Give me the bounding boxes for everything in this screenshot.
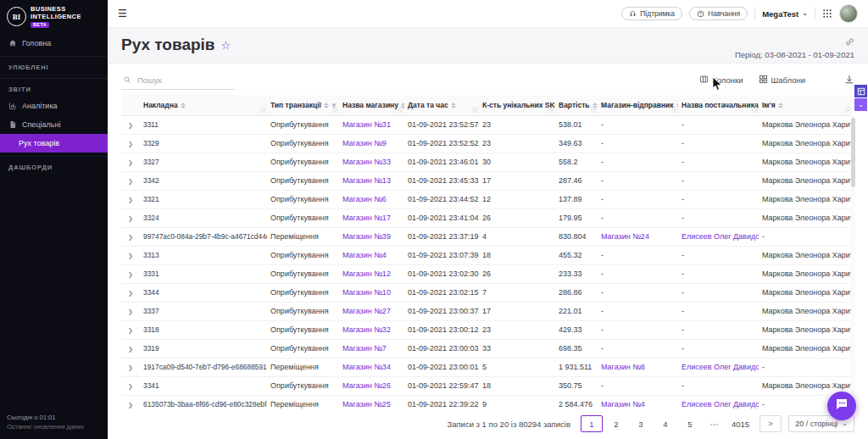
page-button-2[interactable]: 2 [605,415,627,432]
collapse-panel-button[interactable]: ⌄ [854,98,867,111]
page-button-4[interactable]: 4 [654,415,676,432]
store-link[interactable]: Магазин №25 [342,400,391,408]
column-header-8[interactable]: Назва постачальника [678,95,759,116]
sort-icons[interactable] [324,103,329,108]
cell: 3313 [140,247,267,265]
row-expander-icon[interactable]: ❯ [121,172,140,191]
store-link[interactable]: Магазин №34 [342,363,391,371]
store-link[interactable]: Магазин №9 [342,139,387,147]
vertical-scrollbar[interactable] [851,116,855,409]
sidebar-item-goods-movement[interactable]: Рух товарів [0,134,108,153]
row-expander-icon[interactable]: ❯ [121,191,140,209]
columns-button[interactable]: Колонки [699,75,743,86]
supplier-link[interactable]: Елисеев Олег Давидович [682,363,759,371]
row-expander-icon[interactable]: ❯ [121,358,140,377]
sender-store-link[interactable]: Магазин №4 [601,400,645,408]
sidebar-item-home[interactable]: Головна [0,34,108,53]
page-button-1[interactable]: 1 [581,415,603,432]
row-expander-icon[interactable]: ❯ [121,153,140,172]
download-button[interactable] [844,75,854,86]
sender-store-link[interactable]: Магазин №8 [601,363,645,371]
column-header-7[interactable]: Магазин-відправник [598,95,678,116]
sidebar-item-analytics[interactable]: Аналітика [0,97,108,115]
column-header-2[interactable]: Тип транзакції [267,95,339,116]
page-button-3[interactable]: 3 [630,415,652,432]
workspace-menu[interactable]: MegaTest ⌄ [762,9,808,19]
sort-icons[interactable] [451,103,456,108]
row-expander-icon[interactable]: ❯ [121,377,140,396]
pagination: Записи з 1 по 20 із 80294 записів 12345•… [108,409,868,439]
page-button-4015[interactable]: 4015 [728,415,753,432]
chat-button[interactable] [827,392,856,420]
supplier-link[interactable]: Елисеев Олег Давидович [682,232,759,241]
row-expander-icon[interactable]: ❯ [121,265,140,284]
store-link[interactable]: Магазин №31 [342,120,391,129]
row-expander-icon[interactable]: ❯ [121,303,140,321]
side-widgets: ⌄ [854,85,867,111]
row-expander-icon[interactable]: ❯ [121,135,140,153]
support-button[interactable]: Підтримка [621,7,682,20]
row-expander-icon[interactable]: ❯ [121,396,140,410]
store-link[interactable]: Магазин №12 [342,270,391,278]
row-expander-icon[interactable]: ❯ [121,116,140,135]
row-expander-icon[interactable]: ❯ [121,340,140,358]
sort-icons[interactable] [181,103,186,108]
chat-icon [834,397,849,415]
filter-icon[interactable] [331,103,337,109]
cell: 5 [479,358,555,377]
row-expander-icon[interactable]: ❯ [121,209,140,228]
page-button-5[interactable]: 5 [679,415,701,432]
row-expander-icon[interactable]: ❯ [121,247,140,265]
row-expander-icon[interactable]: ❯ [121,228,140,247]
cell: Маркова Элеонора Харитоновна [759,284,852,303]
column-header-9[interactable]: Ім'я [759,95,852,116]
sort-icons[interactable] [778,103,783,108]
share-link-icon[interactable] [845,37,854,47]
column-header-1[interactable]: Накладна [140,95,267,116]
store-link[interactable]: Магазин №27 [342,307,391,315]
store-link[interactable]: Магазин №17 [342,214,391,222]
apps-grid-icon[interactable] [822,8,832,19]
store-link[interactable]: Магазин №6 [342,195,387,203]
column-header-6[interactable]: Вартість [555,95,598,116]
beta-badge: BETA [31,22,49,28]
cell: 01-09-2021 23:52:52 [404,135,479,153]
sender-store-link[interactable]: Магазин №24 [601,232,649,241]
menu-icon[interactable]: ☰ [118,8,127,19]
logo: BI BUSINESS INTELLIGENCE BETA [0,0,108,34]
cell: 3324 [140,209,267,228]
column-header-3[interactable]: Назва магазину [339,95,404,116]
row-expander-icon[interactable]: ❯ [121,284,140,303]
page-title: Рух товарів [121,36,215,54]
sort-icons[interactable] [593,103,598,108]
cell: Маркова Элеонора Харитоновна [759,209,852,228]
cell: - [678,172,759,191]
supplier-link[interactable]: Елисеев Олег Давидович [682,400,759,408]
store-link[interactable]: Магазин №32 [342,325,391,334]
sidebar-item-special[interactable]: Спеціальні [0,115,108,134]
table-row: ❯1917ca09-d540-7eb7-d796-e68688591ce0Пер… [121,358,852,377]
store-link[interactable]: Магазин №39 [342,232,391,241]
column-header-5[interactable]: К-сть унікальних SKU [479,95,555,116]
store-link[interactable]: Магазин №13 [342,176,391,185]
cell: 286.86 [555,284,598,303]
column-header-4[interactable]: Дата та час [404,95,479,116]
store-link[interactable]: Магазин №7 [342,344,387,353]
store-link[interactable]: Магазин №33 [342,158,391,166]
search-input[interactable] [136,75,233,86]
cell: - [678,191,759,209]
table-settings-button[interactable] [854,85,867,97]
cell: 4 [479,228,555,247]
scrollbar-thumb[interactable] [851,118,855,187]
store-link[interactable]: Магазин №26 [342,381,391,390]
favorite-star-icon[interactable]: ☆ [221,39,231,52]
avatar[interactable] [839,4,858,23]
templates-button[interactable]: Шаблони [759,75,806,86]
training-button[interactable]: Навчання [689,7,748,20]
row-expander-icon[interactable]: ❯ [121,321,140,340]
cell: Оприбуткування [267,321,339,340]
next-page-button[interactable]: > [760,415,782,432]
store-link[interactable]: Магазин №4 [342,251,387,259]
store-link[interactable]: Магазин №10 [342,288,391,297]
cell: Переміщення [267,228,339,247]
